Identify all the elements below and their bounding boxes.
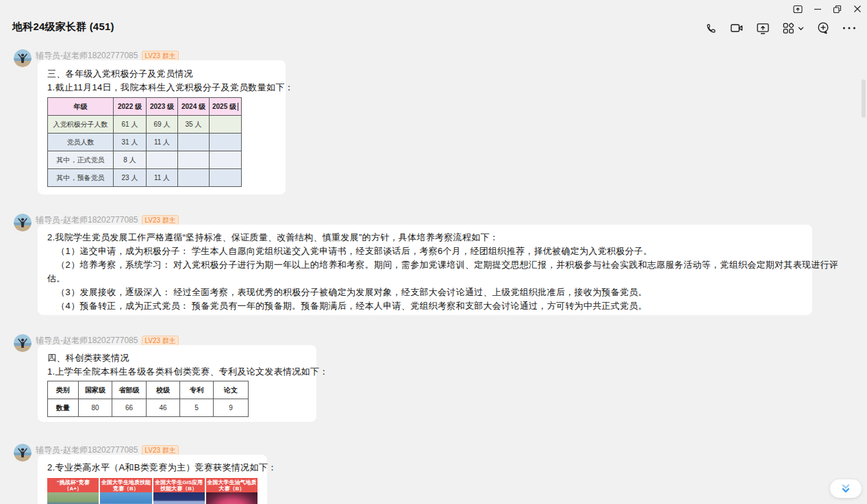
double-chevron-down-icon xyxy=(841,483,851,494)
message-text: 2.专业类高水平（A和B类竞赛为主）竞赛获奖情况如下： xyxy=(47,461,257,475)
table-cell: 9 xyxy=(214,399,249,417)
table-cell xyxy=(178,169,210,187)
competition-photo xyxy=(153,492,205,504)
competition-title: 全国大学生地质技能竞赛（B） xyxy=(100,478,151,492)
competition-card: 全国大学生GIS应用技能大赛（B） xyxy=(153,478,205,504)
more-icon[interactable] xyxy=(842,26,856,30)
table-row: 其中，正式党员 8 人 xyxy=(48,151,242,169)
mini-window-icon[interactable] xyxy=(788,0,807,18)
table-header-cell: 专利 xyxy=(180,381,214,399)
party-members-table-image[interactable]: 年级 2022 级 2023 级 2024 级 2025 级 入党积极分子人数 … xyxy=(47,97,276,187)
table-row: 党员人数 31 人 11 人 xyxy=(48,134,242,151)
level-owner-badge: LV23 群主 xyxy=(142,51,178,61)
table-header-cell: 校级 xyxy=(147,381,180,399)
table-cell: 5 xyxy=(180,399,214,417)
person-at-beach-avatar[interactable] xyxy=(14,214,32,231)
table-cell: 80 xyxy=(79,399,112,417)
message-text: 四、科创类获奖情况 xyxy=(47,351,307,365)
table-header-cell: 2025 级 xyxy=(210,98,242,116)
chevron-down-icon xyxy=(798,25,804,32)
table-cell: 其中，正式党员 xyxy=(48,151,114,169)
add-bubble-icon[interactable] xyxy=(816,21,830,35)
table-cell xyxy=(210,151,242,169)
table-cell xyxy=(210,169,242,187)
table-header-cell: 2023 级 xyxy=(147,98,178,116)
close-icon[interactable] xyxy=(847,0,867,18)
person-at-beach-avatar[interactable] xyxy=(14,444,32,462)
message-text: （1）递交申请，成为积极分子： 学生本人自愿向党组织递交入党申请书，经支部谈话后… xyxy=(47,244,803,258)
message-text: （2）培养考察，系统学习： 对入党积极分子进行为期一年以上的培养和考察。期间，需… xyxy=(47,258,803,272)
table-cell: 8 人 xyxy=(114,151,147,169)
competitions-image[interactable]: “挑战杯”竞赛（A+） 全国大学生地质技能竞赛（B） 全国大学生GIS应用技能大… xyxy=(47,478,257,504)
table-cell xyxy=(178,134,210,151)
competition-photo xyxy=(206,492,257,504)
table-cell: 35 人 xyxy=(178,116,210,134)
message-bubble: 2.我院学生党员发展工作严格遵循“坚持标准、保证质量、改善结构、慎重发展”的方针… xyxy=(38,225,812,315)
table-cell: 11 人 xyxy=(147,134,178,151)
table-cell: 其中，预备党员 xyxy=(48,169,114,187)
table-cell: 46 xyxy=(147,399,180,417)
message-text: （3）发展接收，逐级深入： 经过全面考察，表现优秀的积极分子被确定为发展对象，经… xyxy=(47,286,803,299)
table-header-cell: 类别 xyxy=(48,381,79,399)
table-row: 其中，预备党员 23 人 11 人 xyxy=(48,169,242,187)
level-owner-badge: LV23 群主 xyxy=(142,215,178,225)
message-text: 1.截止11月14日，我院本科生入党积极分子及党员数量如下： xyxy=(47,81,276,94)
competition-photo xyxy=(47,492,99,504)
table-cell xyxy=(147,151,178,169)
header-actions xyxy=(705,19,856,37)
competition-card: 全国大学生地质技能竞赛（B） xyxy=(100,478,151,504)
table-header-cell: 国家级 xyxy=(79,381,112,399)
table-header-cell: 2024 级 xyxy=(178,98,210,116)
video-call-icon[interactable] xyxy=(730,22,744,34)
table-cell: 23 人 xyxy=(114,169,147,187)
table-cell: 31 人 xyxy=(114,134,147,151)
competition-photo xyxy=(100,492,151,504)
competition-title: “挑战杯”竞赛（A+） xyxy=(47,478,99,492)
message-bubble: 三、各年级入党积极分子及党员情况 1.截止11月14日，我院本科生入党积极分子及… xyxy=(38,60,286,194)
voice-call-icon[interactable] xyxy=(705,22,718,35)
table-cell: 61 人 xyxy=(114,116,147,134)
titlebar xyxy=(788,0,867,18)
message-bubble: 2.专业类高水平（A和B类竞赛为主）竞赛获奖情况如下： “挑战杯”竞赛（A+） … xyxy=(38,455,267,504)
table-cell: 11 人 xyxy=(147,169,178,187)
message-text: 三、各年级入党积极分子及党员情况 xyxy=(47,67,276,81)
table-cell xyxy=(178,151,210,169)
table-cell: 数量 xyxy=(48,399,79,417)
competition-title: 全国大学生GIS应用技能大赛（B） xyxy=(153,478,205,492)
table-cell: 党员人数 xyxy=(48,134,114,151)
scroll-to-bottom-button[interactable] xyxy=(830,479,862,498)
message-bubble: 四、科创类获奖情况 1.上学年全院本科生各级各类科创类竞赛、专利及论文发表情况如… xyxy=(38,345,316,422)
table-row: 年级 2022 级 2023 级 2024 级 2025 级 xyxy=(48,98,242,116)
message-text: 估。 xyxy=(47,272,803,286)
group-title: 地科24级家长群 (451) xyxy=(12,21,114,34)
competition-card: 全国大学生油气地质大赛（B） xyxy=(206,478,257,504)
level-owner-badge: LV23 群主 xyxy=(142,445,178,455)
level-owner-badge: LV23 群主 xyxy=(142,336,178,346)
apps-grid-icon[interactable] xyxy=(782,22,804,35)
table-cell xyxy=(210,116,242,134)
table-cell xyxy=(210,134,242,151)
minimize-icon[interactable] xyxy=(807,0,827,18)
table-row: 数量 80 66 46 5 9 xyxy=(48,399,249,417)
table-header-cell: 论文 xyxy=(214,381,249,399)
table-header-cell: 省部级 xyxy=(112,381,147,399)
message-text: （4）预备转正，成为正式党员： 预备党员有一年的预备期。预备期满后，经本人申请、… xyxy=(47,299,803,313)
chat-window: 地科24级家长群 (451) xyxy=(0,0,867,504)
table-cell: 入党积极分子人数 xyxy=(48,116,114,134)
table-header-cell: 2022 级 xyxy=(114,98,147,116)
maximize-restore-icon[interactable] xyxy=(827,0,847,18)
table-cell: 66 xyxy=(112,399,147,417)
table-row: 类别 国家级 省部级 校级 专利 论文 xyxy=(48,381,249,399)
screen-share-icon[interactable] xyxy=(756,22,770,35)
competition-card: “挑战杯”竞赛（A+） xyxy=(47,478,99,504)
table-row: 入党积极分子人数 61 人 69 人 35 人 xyxy=(48,116,242,134)
message-text: 1.上学年全院本科生各级各类科创类竞赛、专利及论文发表情况如下： xyxy=(47,365,307,379)
table-header-cell: 年级 xyxy=(48,98,114,116)
person-at-beach-avatar[interactable] xyxy=(14,334,32,352)
scrollbar-thumb[interactable] xyxy=(862,79,866,118)
table-cell: 69 人 xyxy=(147,116,178,134)
text-cursor xyxy=(238,103,238,111)
message-text: 2.我院学生党员发展工作严格遵循“坚持标准、保证质量、改善结构、慎重发展”的方针… xyxy=(47,231,803,244)
awards-table-image[interactable]: 类别 国家级 省部级 校级 专利 论文 数量 80 66 46 5 9 xyxy=(47,381,307,417)
person-at-beach-avatar[interactable] xyxy=(14,49,32,67)
